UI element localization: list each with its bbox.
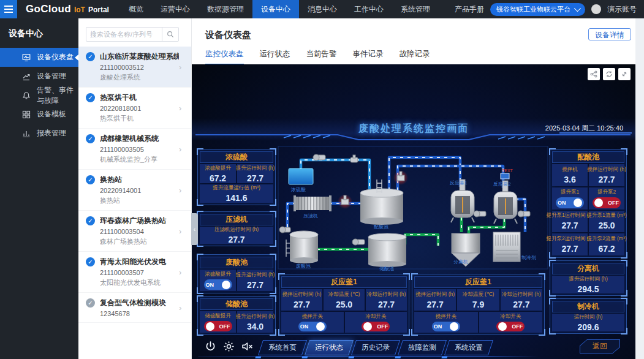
metric-value: 27.7 [228, 235, 244, 244]
storage-pump-toggle[interactable]: OFF [204, 321, 232, 331]
metric-label: 冷却运行时间 (h) [367, 291, 406, 298]
panel-reactor-1: 反应釜1 搅拌运行时间 (h) 27.7 冷却温度 (℃) 25.0 冷却运行时… [279, 274, 409, 335]
refresh-button[interactable] [603, 68, 615, 80]
menu-item-device-center[interactable]: 设备中心 [252, 0, 299, 18]
metric-value: 294.5 [577, 284, 599, 294]
chevron-right-icon: › [179, 303, 186, 312]
product-manual-link[interactable]: 产品手册 [455, 4, 484, 15]
online-status-icon: ✓ [86, 175, 95, 184]
power-button[interactable] [204, 340, 217, 353]
menu-item-operations[interactable]: 运营中心 [152, 0, 199, 18]
toggle-knob [594, 198, 603, 207]
tab-run-status[interactable]: 运行状态 [260, 49, 290, 65]
stir-switch-toggle[interactable]: ON [432, 322, 460, 331]
toggle-state: ON [300, 323, 309, 330]
online-status-icon: ✓ [86, 134, 95, 143]
top-navbar: GoCloud IoT Portal 概览 运营中心 数据源管理 设备中心 消息… [0, 0, 644, 18]
sidebar-item-reports[interactable]: 报表管理 [0, 124, 78, 143]
pump2-toggle[interactable]: OFF [593, 197, 621, 208]
process-diagram: 浓硫酸 压滤机 配酸池 废酸池 储酸池 反应釜1 反应釜2 分离机 制冷剂 TE… [278, 143, 548, 273]
toggle-cell: 冷却开关 OFF [345, 312, 407, 333]
device-name: 成都橡塑机械系统 [100, 134, 179, 144]
footer-tab-home[interactable]: 系统首页 [258, 340, 307, 355]
page-scroll-gutter[interactable] [635, 18, 644, 359]
footer-tab-run-status[interactable]: 运行状态 [305, 340, 354, 355]
share-button[interactable] [588, 68, 600, 80]
metric-label: 冷却温度 (℃) [328, 291, 360, 298]
metric-cell: 冷却运行时间 (h) 27.7 [366, 289, 407, 311]
app-root: GoCloud IoT Portal 概览 运营中心 数据源管理 设备中心 消息… [0, 0, 644, 359]
device-list-item[interactable]: ✓ 珲春森林广场换热站 211100003504 森林广场换热站 › [78, 211, 191, 252]
toggle-knob [498, 322, 507, 331]
panel-title: 储酸池 [200, 298, 273, 310]
footer-tab-history[interactable]: 历史记录 [351, 340, 400, 355]
collapse-panel-handle[interactable]: ‹ [191, 213, 198, 245]
lift-pump-toggle[interactable]: ON [204, 279, 232, 290]
toggle-state: ON [434, 323, 442, 330]
fullscreen-button[interactable] [618, 68, 631, 80]
cooling-switch-toggle[interactable]: OFF [496, 322, 525, 331]
device-serial: 12345678 [100, 310, 179, 317]
search-button[interactable] [162, 28, 178, 41]
metric-label: 搅拌机 [562, 166, 578, 173]
device-list-item[interactable]: ✓ 换热站 20220914001 换热站 › [78, 170, 191, 211]
toggle-label: 储硫酸提升 [205, 312, 231, 320]
sidebar-item-dashboard[interactable]: 设备仪表盘 [0, 48, 78, 67]
settings-button[interactable] [222, 340, 235, 353]
tab-monitor-dashboard[interactable]: 监控仪表盘 [205, 49, 244, 65]
menu-item-messages[interactable]: 消息中心 [299, 0, 346, 18]
sidebar-item-device-mgmt[interactable]: 设备管理 [0, 67, 78, 86]
alarm-bell-icon [22, 91, 31, 100]
label-chiller: 制冷剂 [521, 255, 536, 260]
device-info: 成都橡塑机械系统 211100003505 机械系统监控_分享 [100, 134, 179, 164]
footer-tab-settings[interactable]: 系统设置 [444, 340, 493, 355]
device-list-item[interactable]: ✓ 山东临沂某废酸处理系统 211100003512 废酸处理系统 › [78, 47, 191, 88]
device-desc: 废酸处理系统 [100, 73, 179, 82]
device-detail-button[interactable]: 设备详情 [588, 28, 631, 40]
metric-value: 27.7 [247, 280, 263, 290]
footer-tab-fault-monitor[interactable]: 故障监测 [398, 340, 447, 355]
metric-cell: 运行时间 (h) 209.6 [552, 314, 624, 331]
hamburger-menu-icon[interactable] [0, 0, 17, 18]
device-list-item[interactable]: ✓ 青海太阳能光伏发电 211100003507 太阳能光伏发电系统 › [78, 252, 191, 293]
menu-item-system[interactable]: 系统管理 [392, 0, 439, 18]
panel-title: 制冷机 [552, 301, 624, 312]
tab-event-log[interactable]: 事件记录 [353, 49, 384, 65]
sidebar-item-label: 设备模板 [37, 109, 66, 119]
panel-title: 反应釜1 [281, 276, 407, 288]
device-list-item[interactable]: ✓ 成都橡塑机械系统 211100003505 机械系统监控_分享 › [78, 129, 191, 170]
cooling-switch-toggle[interactable]: OFF [362, 322, 390, 331]
device-info: 热泵烘干机 20220818001 热泵烘干机 [100, 93, 179, 123]
device-list-item[interactable]: ✓ 复合型气体检测模块 12345678 › [78, 293, 191, 323]
sidebar-item-alarms[interactable]: 告警、事件与故障 [0, 86, 78, 105]
device-list-panel: ✓ 山东临沂某废酸处理系统 211100003512 废酸处理系统 › ✓ 热泵… [78, 18, 192, 359]
offline-status-icon: ✓ [86, 298, 95, 308]
metric-label: 提升运行时间 (h) [569, 276, 608, 283]
device-name: 复合型气体检测模块 [100, 298, 179, 308]
account-name[interactable]: 演示账号 [607, 4, 637, 15]
sidebar-item-templates[interactable]: 设备模板 [0, 105, 78, 124]
metric-value: 27.7 [378, 300, 395, 309]
platform-selector[interactable]: 锐谷智联工业物联云平台 [490, 3, 585, 16]
device-desc: 太阳能光伏发电系统 [100, 278, 179, 287]
grid-icon [22, 110, 31, 119]
menu-item-overview[interactable]: 概览 [120, 0, 152, 18]
metric-cell: 搅拌运行时间 (h) 27.7 [589, 164, 624, 186]
search-input[interactable] [86, 28, 162, 41]
metric-value: 67.2 [598, 244, 615, 254]
metric-cell: 压滤机运行时间 (h) 27.7 [200, 227, 273, 244]
metric-value: 27.7 [561, 244, 578, 254]
tab-fault-log[interactable]: 故障记录 [400, 49, 430, 65]
mute-button[interactable] [241, 340, 254, 353]
back-button[interactable]: 返回 [580, 339, 620, 353]
stir-switch-toggle[interactable]: ON [298, 322, 327, 331]
tab-current-alarms[interactable]: 当前告警 [306, 49, 337, 65]
menu-item-workcenter[interactable]: 工作中心 [346, 0, 392, 18]
metric-label: 浓硫酸提升 [205, 165, 231, 172]
toggle-label: 浓硫酸提升 [205, 271, 231, 278]
menu-item-datasource[interactable]: 数据源管理 [199, 0, 252, 18]
metric-cell: 搅拌运行时间 (h) 27.7 [414, 289, 456, 311]
pump1-toggle[interactable]: ON [556, 197, 584, 208]
device-list-item[interactable]: ✓ 热泵烘干机 20220818001 热泵烘干机 › [78, 88, 191, 129]
avatar[interactable] [591, 4, 601, 14]
